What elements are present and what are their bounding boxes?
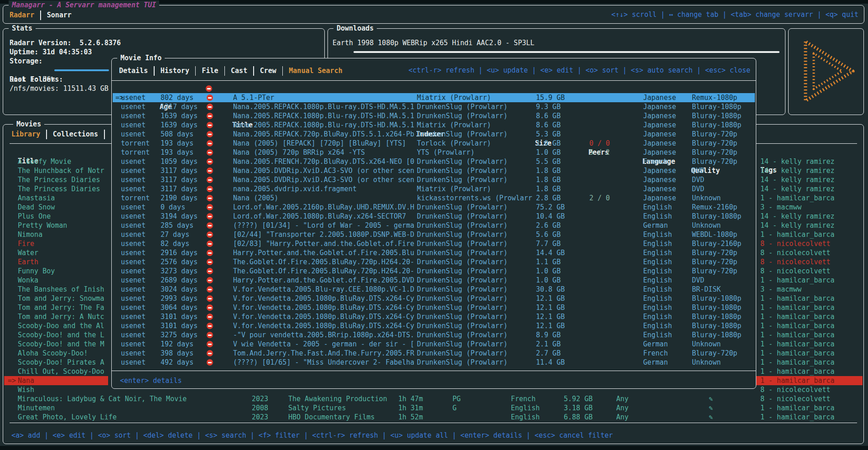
- result-size: 15.9 GB: [536, 93, 565, 102]
- movie-tag: 1 - hamilcar_barca: [760, 367, 835, 376]
- result-size: 2.8 GB: [536, 194, 561, 203]
- movie-tag: 8 - nicolecolvett: [760, 385, 831, 394]
- search-result-row[interactable]: usenet27 days[02/44] "Transporter 2.2005…: [113, 230, 755, 239]
- movie-year: 2023: [252, 394, 268, 403]
- result-title: Nana.2005.REPACK.1080p.Blu-ray.DTS-HD.MA…: [233, 120, 414, 130]
- rejected-icon: [207, 341, 213, 347]
- result-title: V wie Vendetta - 2005 - german - der sir…: [233, 340, 414, 349]
- movie-tag: 14 - kelly ramirez: [760, 166, 835, 175]
- movie-list-item[interactable]: Minutemen2008Salty Pictures1h 31mGEnglis…: [3, 403, 863, 413]
- movie-tag: 1 - hamilcar_barca: [760, 330, 835, 340]
- result-quality: Remux-2160p: [692, 203, 737, 212]
- search-result-row[interactable]: usenet2576 daysThe.Goblet.Of.Fire.2005.B…: [113, 257, 755, 267]
- result-title: Lord.of.War.2005.2160p.BluRay.UHD.REMUX.…: [233, 203, 414, 212]
- search-result-row[interactable]: usenet3064 daysV.for.Vendetta.2005.1080p…: [113, 303, 755, 312]
- search-result-row[interactable]: usenet3117 daysnana.2005.dvdrip.xvid.fra…: [113, 184, 755, 194]
- search-result-row[interactable]: usenet2689 daysHarry.Potter.and.the.Gobl…: [113, 276, 755, 285]
- tab-crew[interactable]: Crew: [260, 66, 276, 75]
- search-result-row[interactable]: usenet3101 daysV.for.Vendetta.2005.1080p…: [113, 312, 755, 321]
- movie-runtime: 1h 47m: [398, 394, 423, 403]
- result-quality: WEBDL-1080p: [692, 230, 737, 239]
- search-result-row[interactable]: usenet3117 daysNana.2005.DVDRip.XviD.AC3…: [113, 166, 755, 175]
- movie-tag: 14 - kelly ramirez: [760, 175, 835, 184]
- search-result-row[interactable]: usenet3275 days-"V pour vendetta.2005.BR…: [113, 330, 755, 340]
- result-quality: DVD: [692, 276, 704, 285]
- result-source: usenet: [121, 230, 146, 239]
- result-language: Japanese: [643, 166, 676, 175]
- tab-collections[interactable]: Collections: [53, 130, 98, 139]
- modal-footer-keybind: <enter> details: [120, 376, 182, 385]
- search-result-row[interactable]: usenet2993 daysV.for.Vendetta.2005.1080p…: [113, 294, 755, 303]
- result-title: [02/44] "Transporter 2.2005.1080P.DSNP.W…: [233, 230, 414, 239]
- result-source: usenet: [121, 166, 146, 175]
- result-language: English: [643, 321, 672, 330]
- tab-details[interactable]: Details: [119, 66, 148, 75]
- rejected-icon: [207, 241, 213, 247]
- tab-library[interactable]: Library: [11, 130, 40, 139]
- search-result-row[interactable]: usenet2916 daysHarry.Potter.and.the.Gobl…: [113, 248, 755, 257]
- result-title: (????) [01/65] - "Miss Undercover 2- Fab…: [233, 358, 414, 367]
- result-size: 5.3 GB: [536, 130, 561, 139]
- result-indexer: Miatrix (Prowlarr): [417, 184, 491, 194]
- tab-separator: [104, 130, 105, 139]
- search-result-row[interactable]: torrent2190 daysNana (2005)kickasstorren…: [113, 194, 755, 203]
- movie-tag: 1 - hamilcar_barca: [760, 312, 835, 321]
- rejected-icon: [207, 231, 213, 238]
- search-result-row[interactable]: usenet492 days(????) [01/65] - "Miss Und…: [113, 358, 755, 367]
- search-result-row[interactable]: usenet0 daysLord.of.War.2005.2160p.BluRa…: [113, 203, 755, 212]
- movie-tag: 14 - kelly ramirez: [760, 212, 835, 221]
- search-result-row[interactable]: =>usenet802 daysA 5.1-PTerMiatrix (Prowl…: [113, 93, 755, 102]
- result-title: Nana (2005) 720p BRRip x264 -YTS: [233, 148, 365, 157]
- movie-rating: G: [452, 403, 457, 413]
- result-source: usenet: [121, 93, 146, 102]
- tab-separator: [282, 66, 283, 76]
- result-indexer: DrunkenSlug (Prowlarr): [417, 257, 508, 267]
- result-age: 193 days: [161, 139, 193, 148]
- search-result-row[interactable]: torrent193 daysNana (2005) 720p BRRip x2…: [113, 148, 755, 157]
- search-result-row[interactable]: usenet398 daysTom.And.Jerry.The.Fast.And…: [113, 349, 755, 358]
- search-result-row[interactable]: usenet192 daysV wie Vendetta - 2005 - ge…: [113, 340, 755, 349]
- search-result-row[interactable]: usenet3273 daysThe.Goblet.Of.Fire.2005.B…: [113, 267, 755, 276]
- search-result-row[interactable]: usenet1059 daysNana.2005.FRENCH.720p.Blu…: [113, 157, 755, 166]
- tab-sonarr[interactable]: Sonarr: [47, 10, 72, 20]
- movie-tag: 1 - hamilcar_barca: [760, 349, 835, 358]
- download-item: Earth 1998 1080p WEBRip x265 Hindi AAC2.…: [333, 38, 535, 47]
- search-result-row[interactable]: usenet3194 daysLord.of.War.2005.1080p.Bl…: [113, 212, 755, 221]
- managarr-logo-icon: [795, 34, 858, 107]
- search-result-row[interactable]: usenet1639 daysNana.2005.REPACK.1080p.Bl…: [113, 111, 755, 120]
- search-result-row[interactable]: usenet3024 daysV.for.Vendetta.2005.Blu-r…: [113, 285, 755, 294]
- search-result-row[interactable]: usenet3101 daysV.for.Vendetta.2005.1080p…: [113, 321, 755, 330]
- search-result-row[interactable]: usenet508 daysNana.2005.REPACK.720p.BluR…: [113, 130, 755, 139]
- tab-manual-search[interactable]: Manual Search: [289, 66, 342, 75]
- tab-radarr[interactable]: Radarr: [10, 10, 34, 20]
- result-indexer: kickasstorrents.ws (Prowlarr: [417, 194, 532, 203]
- result-source: usenet: [121, 257, 146, 267]
- movie-studio: HBO Documentary Films: [288, 413, 375, 422]
- result-title: (????) [01/34] - "Lord of War - 2005 - g…: [233, 221, 414, 230]
- logo-panel: [788, 28, 864, 115]
- library-keybinds: <a> add | <e> edit | <o> sort | <del> de…: [11, 431, 613, 440]
- search-result-row[interactable]: usenet3117 daysNana.2005.DVDRip.XviD.AC3…: [113, 175, 755, 184]
- result-age: 3101 days: [161, 312, 198, 321]
- movie-quality: Any: [616, 394, 629, 403]
- search-result-row[interactable]: usenet285 days(????) [01/34] - "Lord of …: [113, 221, 755, 230]
- search-result-row[interactable]: torrent193 daysNana (2005) [REPACK] [720…: [113, 139, 755, 148]
- tab-cast[interactable]: Cast: [231, 66, 247, 75]
- movie-title: Tom and Jerry: Snowma: [18, 294, 104, 303]
- result-indexer: DrunkenSlug (Prowlarr): [417, 321, 508, 330]
- result-quality: Remux-1080p: [692, 93, 737, 102]
- result-source: torrent: [121, 139, 150, 148]
- tag-pen-icon: ✎: [709, 413, 713, 422]
- search-result-row[interactable]: usenet82 days[02/83] "Harry.Potter.and.t…: [113, 239, 755, 248]
- result-source: usenet: [121, 111, 146, 120]
- search-result-row[interactable]: usenet1217 daysNana.2005.REPACK.1080p.Bl…: [113, 102, 755, 111]
- movie-list-item[interactable]: Great Photo, Lovely Life2023HBO Document…: [3, 413, 863, 422]
- search-result-row[interactable]: usenet1639 daysNana.2005.REPACK.1080p.Bl…: [113, 120, 755, 130]
- tab-file[interactable]: File: [202, 66, 218, 75]
- movie-list-item[interactable]: Miraculous: Ladybug & Cat Noir, The Movi…: [3, 394, 863, 403]
- result-quality: Bluray-1080p: [692, 102, 741, 111]
- result-title: Nana.2005.REPACK.1080p.Blu-ray.DTS-HD.MA…: [233, 102, 414, 111]
- result-source: usenet: [121, 312, 146, 321]
- result-title: Nana (2005): [233, 194, 278, 203]
- tab-history[interactable]: History: [161, 66, 189, 75]
